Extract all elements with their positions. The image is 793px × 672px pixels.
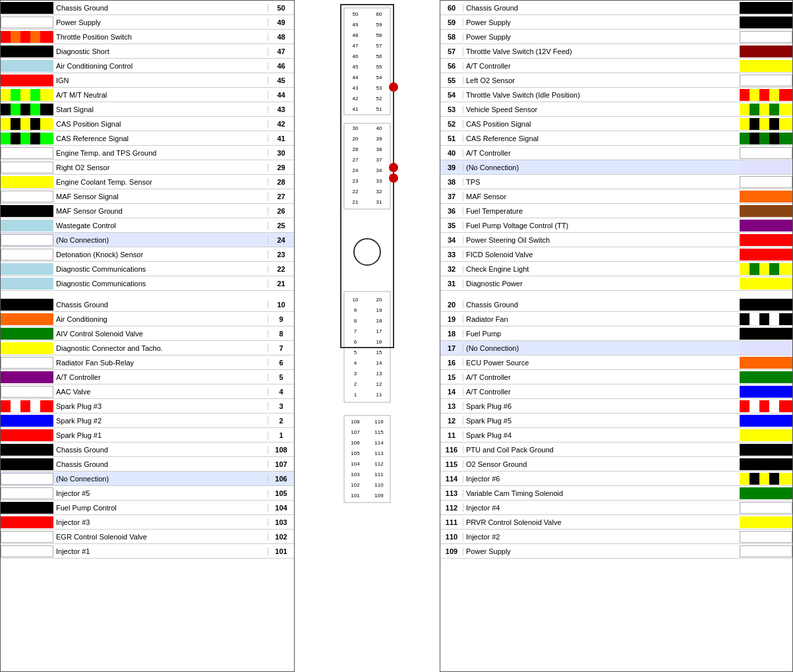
pin-label: Injector #2 [463,533,740,541]
table-row: (No Connection)106 [1,472,294,486]
svg-text:102: 102 [351,482,360,488]
pin-label: Injector #5 [53,489,268,497]
color-swatch [1,176,53,188]
pin-label: Vehicle Speed Sensor [463,106,740,113]
pin-number: 101 [268,547,294,555]
color-swatch [740,545,792,557]
pin-number: 2 [268,417,294,425]
pin-label: Injector #6 [463,475,740,483]
svg-text:23: 23 [353,178,359,184]
dot-59 [389,82,398,92]
pin-label: Throttle Position Switch [53,33,268,41]
pin-label: AAC Valve [53,388,268,396]
color-swatch [1,31,53,43]
pin-number: 43 [268,106,294,113]
table-row: 32Check Engine Light [440,262,792,276]
pin-number: 48 [268,33,294,41]
pin-number: 11 [440,431,463,439]
section-gap [1,291,294,297]
pin-number: 54 [440,91,463,99]
table-row: 56A/T Controller [440,59,792,73]
svg-text:10: 10 [353,297,359,303]
color-swatch [740,357,792,369]
pin-label: Fuel Pump [463,330,740,338]
pin-label: ECU Power Source [463,359,740,367]
svg-text:8: 8 [354,318,357,324]
table-row: Engine Coolant Temp. Sensor28 [1,175,294,189]
pin-number: 19 [440,315,463,323]
table-row: 114Injector #6 [440,472,792,486]
svg-text:51: 51 [376,106,382,112]
table-row: 111PRVR Control Solenoid Valve [440,515,792,530]
color-swatch [740,313,792,325]
color-swatch [740,263,792,275]
pin-label: Power Supply [463,33,740,41]
pin-label: Spark Plug #4 [463,431,740,439]
table-row: Detonation (Knock) Sensor23 [1,247,294,262]
svg-text:47: 47 [353,43,359,49]
color-swatch [740,176,792,188]
color-swatch [1,46,53,57]
table-row: 17(No Connection) [440,341,792,355]
color-swatch [740,400,792,412]
pin-number: 34 [440,236,463,244]
pin-number: 105 [268,489,294,497]
table-row: Air Conditioning9 [1,312,294,326]
svg-text:53: 53 [376,85,382,91]
color-swatch [740,249,792,260]
pin-number: 49 [268,18,294,26]
svg-text:28: 28 [353,146,359,152]
svg-text:13: 13 [376,371,382,377]
pin-label: TPS [463,178,740,186]
table-row: 57Throttle Valve Switch (12V Feed) [440,44,792,59]
svg-text:30: 30 [353,125,359,131]
color-swatch [1,118,53,130]
color-swatch [740,278,792,290]
color-swatch [740,342,792,354]
color-swatch [1,205,53,217]
color-swatch [1,89,53,101]
svg-text:54: 54 [376,75,382,80]
pin-label: A/T Controller [463,373,740,381]
svg-text:22: 22 [353,189,359,195]
color-swatch [740,60,792,72]
pin-number: 25 [268,222,294,229]
pin-label: Start Signal [53,106,268,113]
pin-number: 4 [268,388,294,396]
pin-label: Injector #4 [463,504,740,512]
pin-label: Fuel Temperature [463,207,740,215]
svg-text:21: 21 [353,199,359,205]
pin-number: 18 [440,330,463,338]
table-row: 16ECU Power Source [440,355,792,370]
pin-number: 59 [440,18,463,26]
pin-number: 5 [268,373,294,381]
pin-number: 8 [268,330,294,338]
svg-text:37: 37 [376,157,382,163]
pin-label: Left O2 Sensor [463,76,740,84]
table-row: Spark Plug #22 [1,413,294,428]
pin-number: 55 [440,76,463,84]
table-row: 116PTU and Coil Pack Ground [440,443,792,457]
pin-number: 23 [268,251,294,259]
svg-text:3: 3 [354,371,357,377]
table-row: 33FICD Solenoid Valve [440,247,792,262]
pin-number: 14 [440,388,463,396]
color-swatch [1,249,53,260]
pin-number: 44 [268,91,294,99]
color-swatch [1,371,53,383]
color-swatch [1,487,53,499]
table-row: 15A/T Controller [440,370,792,384]
svg-text:11: 11 [376,392,382,398]
table-row: 54Throttle Valve Switch (Idle Position) [440,88,792,102]
color-swatch [1,415,53,427]
table-row: Injector #1101 [1,544,294,559]
pin-label: Spark Plug #3 [53,402,268,410]
pin-label: PRVR Control Solenoid Valve [463,518,740,526]
color-swatch [740,147,792,159]
pin-number: 21 [268,280,294,288]
pin-label: Power Supply [463,18,740,26]
pin-number: 104 [268,504,294,512]
pin-label: Air Conditioning [53,315,268,323]
left-panel: Chassis Ground50Power Supply49Throttle P… [0,0,295,672]
pin-label: Radiator Fan Sub-Relay [53,359,268,367]
